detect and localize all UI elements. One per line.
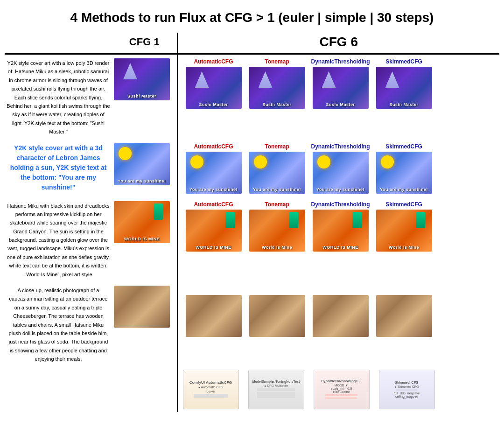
skate-tonemap-label: Tonemap <box>265 201 289 208</box>
model-cfg-screenshot: ModelSampler/ToningNoisTest ● CFG Multip… <box>248 370 304 409</box>
burger-auto-col <box>183 286 245 337</box>
row-lebron: Y2K style cover art with a 3d character … <box>5 140 499 197</box>
cfg6-burger <box>177 282 499 367</box>
lebron-cfg1-image: You are my sunshine! <box>114 143 170 185</box>
skate-tonemap-image: World Is Mine <box>249 210 305 252</box>
cfg6-skate: AutomaticCFG WORLD IS MINE Tonemap World… <box>177 197 499 282</box>
skate-cfg1-image: WORLD IS MINE <box>114 201 170 243</box>
sushi-dynamic-image: Sushi Master <box>313 67 369 109</box>
skimmed-screenshot-col: Skimmed_CFG ● Skimmed CFG full_skin_nega… <box>379 370 441 409</box>
burger-methods-row <box>180 286 498 337</box>
auto-cfg-title: ComfyUI AutomaticCFG <box>189 380 232 385</box>
prompt-text-skate: Hatsune Miku with black skin and dreadlo… <box>7 203 110 277</box>
model-cfg-title: ModelSampler/ToningNoisTest <box>252 380 300 383</box>
screenshots-row: ComfyUI AutomaticCFG ● Automatic CFG cur… <box>180 370 498 409</box>
screenshots-empty-cell <box>5 367 112 412</box>
cfg6-lebron: AutomaticCFG You are my sunshine! Tonema… <box>177 140 499 197</box>
skate-dynamic-label: DynamicThresholding <box>311 201 370 208</box>
skate-dynamic-img-label: WORLD IS MINE <box>313 245 369 250</box>
skate-skimmed-label: SkimmedCFG <box>385 201 422 208</box>
sushi-dynamic-col: DynamicThresholding Sushi Master <box>310 58 371 109</box>
burger-tonemap-image <box>249 295 305 337</box>
skate-auto-col: AutomaticCFG WORLD IS MINE <box>183 201 245 252</box>
sushi-auto-label: AutomaticCFG <box>194 58 233 65</box>
dynamic-cfg-title: DynamicThresholdingFull <box>322 379 362 383</box>
cfg1-skate: WORLD IS MINE <box>112 197 177 282</box>
skate-methods-row: AutomaticCFG WORLD IS MINE Tonemap World… <box>180 201 498 252</box>
skate-dynamic-col: DynamicThresholding WORLD IS MINE <box>310 201 371 252</box>
screenshots-cfg1-cell <box>112 367 177 412</box>
cfg1-sushi: Sushi Master <box>112 55 177 140</box>
burger-skimmed-image <box>376 295 432 337</box>
prompt-text-lebron: Y2K style cover art with a 3d character … <box>10 144 107 191</box>
cfg6-sushi: AutomaticCFG Sushi Master Tonemap Sushi … <box>177 55 499 140</box>
skate-auto-img-label: WORLD IS MINE <box>186 245 242 250</box>
lebron-dynamic-image: You are my sunshine! <box>313 152 369 194</box>
cfg6-header-cell: CFG 6 <box>177 33 499 54</box>
sushi-auto-img-label: Sushi Master <box>186 102 242 107</box>
row-screenshots: ComfyUI AutomaticCFG ● Automatic CFG cur… <box>5 367 499 412</box>
skate-skimmed-col: SkimmedCFG World Is Mine <box>373 201 435 252</box>
skate-auto-image: WORLD IS MINE <box>186 210 242 252</box>
burger-tonemap-col <box>246 286 308 337</box>
prompt-skate: Hatsune Miku with black skin and dreadlo… <box>5 197 112 282</box>
lebron-tonemap-img-label: You are my sunshine! <box>249 187 305 192</box>
burger-skimmed-col <box>373 286 435 337</box>
empty-header-cell <box>5 33 112 54</box>
auto-screenshot-col: ComfyUI AutomaticCFG ● Automatic CFG cur… <box>183 370 245 409</box>
burger-cfg1-image <box>114 286 170 328</box>
sushi-dynamic-img-label: Sushi Master <box>313 102 369 107</box>
sushi-tonemap-label: Tonemap <box>265 58 289 65</box>
prompt-text-sushi: Y2K style cover art with a low poly 3D r… <box>7 60 110 134</box>
sushi-cfg1-label: Sushi Master <box>114 94 170 98</box>
sushi-skimmed-col: SkimmedCFG Sushi Master <box>373 58 435 109</box>
sushi-auto-image: Sushi Master <box>186 67 242 109</box>
sushi-skimmed-label: SkimmedCFG <box>385 58 422 65</box>
page-container: 4 Methods to run Flux at CFG > 1 (euler … <box>5 5 499 412</box>
burger-auto-image <box>186 295 242 337</box>
sushi-tonemap-col: Tonemap Sushi Master <box>246 58 308 109</box>
skate-tonemap-col: Tonemap World Is Mine <box>246 201 308 252</box>
prompt-lebron: Y2K style cover art with a 3d character … <box>5 140 112 197</box>
comparison-table: CFG 1 CFG 6 Y2K style cover art with a l… <box>5 33 499 412</box>
auto-cfg-screenshot: ComfyUI AutomaticCFG ● Automatic CFG cur… <box>183 370 239 409</box>
skate-skimmed-image: World Is Mine <box>376 210 432 252</box>
sushi-tonemap-image: Sushi Master <box>249 67 305 109</box>
prompt-text-burger: A close-up, realistic photograph of a ca… <box>9 288 108 362</box>
skate-skimmed-img-label: World Is Mine <box>376 245 432 250</box>
skimmed-cfg-title: Skimmed_CFG <box>394 381 420 384</box>
header-row: CFG 1 CFG 6 <box>5 33 499 54</box>
lebron-auto-image: You are my sunshine! <box>186 152 242 194</box>
row-sushi: Y2K style cover art with a low poly 3D r… <box>5 55 499 140</box>
cfg6-header: CFG 6 <box>181 35 497 49</box>
lebron-dynamic-col: DynamicThresholding You are my sunshine! <box>310 143 371 194</box>
burger-dynamic-image <box>313 295 369 337</box>
lebron-skimmed-image: You are my sunshine! <box>376 152 432 194</box>
skate-tonemap-img-label: World Is Mine <box>249 245 305 250</box>
lebron-skimmed-label: SkimmedCFG <box>385 143 422 150</box>
dynamic-cfg-screenshot: DynamicThresholdingFull MODE ▼ scale_min… <box>314 370 370 409</box>
burger-dynamic-col <box>310 286 371 337</box>
sushi-auto-col: AutomaticCFG Sushi Master <box>183 58 245 109</box>
lebron-skimmed-img-label: You are my sunshine! <box>376 187 432 192</box>
model-screenshot-col: ModelSampler/ToningNoisTest ● CFG Multip… <box>248 370 310 409</box>
lebron-auto-img-label: You are my sunshine! <box>186 187 242 192</box>
sushi-skimmed-img-label: Sushi Master <box>376 102 432 107</box>
prompt-sushi: Y2K style cover art with a low poly 3D r… <box>5 55 112 140</box>
lebron-tonemap-image: You are my sunshine! <box>249 152 305 194</box>
lebron-cfg1-label: You are my sunshine! <box>114 179 170 183</box>
lebron-methods-row: AutomaticCFG You are my sunshine! Tonema… <box>180 143 498 194</box>
sushi-dynamic-label: DynamicThresholding <box>311 58 370 65</box>
skate-cfg1-label: WORLD IS MINE <box>114 237 170 241</box>
cfg1-header: CFG 1 <box>112 33 177 54</box>
cfg1-burger <box>112 282 177 367</box>
page-title: 4 Methods to run Flux at CFG > 1 (euler … <box>5 5 499 33</box>
lebron-auto-col: AutomaticCFG You are my sunshine! <box>183 143 245 194</box>
lebron-tonemap-col: Tonemap You are my sunshine! <box>246 143 308 194</box>
sushi-tonemap-img-label: Sushi Master <box>249 102 305 107</box>
skimmed-cfg-screenshot: Skimmed_CFG ● Skimmed CFG full_skin_nega… <box>379 370 435 409</box>
screenshots-cfg6-cell: ComfyUI AutomaticCFG ● Automatic CFG cur… <box>177 367 499 412</box>
lebron-dynamic-label: DynamicThresholding <box>311 143 370 150</box>
lebron-skimmed-col: SkimmedCFG You are my sunshine! <box>373 143 435 194</box>
skate-dynamic-image: WORLD IS MINE <box>313 210 369 252</box>
